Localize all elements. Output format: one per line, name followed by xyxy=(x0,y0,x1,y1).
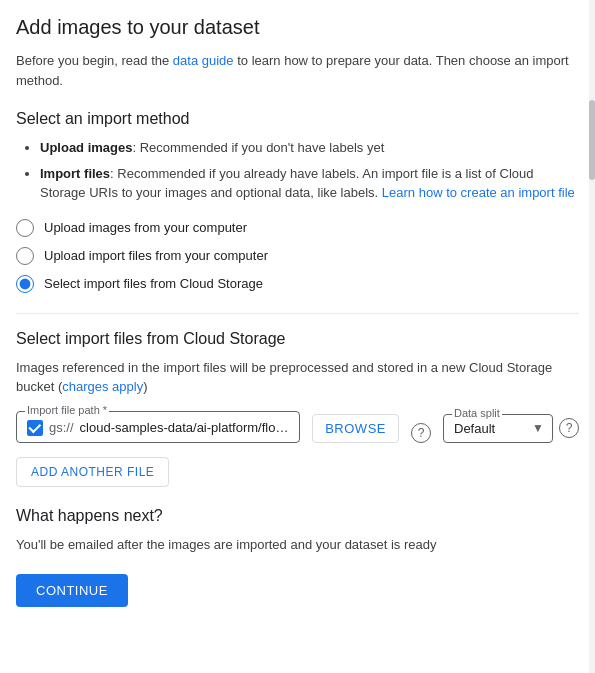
learn-import-link[interactable]: Learn how to create an import file xyxy=(382,185,575,200)
cloud-storage-section: Select import files from Cloud Storage I… xyxy=(16,313,579,487)
radio-select-cloud[interactable]: Select import files from Cloud Storage xyxy=(16,275,579,293)
data-split-label: Data split xyxy=(452,407,502,419)
file-path-value: cloud-samples-data/ai-platform/flowers/f… xyxy=(80,420,290,435)
checkbox-icon xyxy=(27,420,43,436)
file-path-help-icon[interactable]: ? xyxy=(411,423,431,443)
import-method-heading: Select an import method xyxy=(16,110,579,128)
data-split-group: Data split Default Manual Random ▼ ? xyxy=(443,414,579,443)
radio-upload-import[interactable]: Upload import files from your computer xyxy=(16,247,579,265)
import-method-radio-group: Upload images from your computer Upload … xyxy=(16,219,579,293)
scrollbar[interactable] xyxy=(589,0,595,673)
browse-button[interactable]: BROWSE xyxy=(312,414,399,443)
what-happens-heading: What happens next? xyxy=(16,507,579,525)
scrollbar-thumb xyxy=(589,100,595,180)
import-file-path-label: Import file path * xyxy=(25,404,109,416)
cloud-section-heading: Select import files from Cloud Storage xyxy=(16,330,579,348)
import-method-bullets: Upload images: Recommended if you don't … xyxy=(16,138,579,203)
radio-select-cloud-input[interactable] xyxy=(16,275,34,293)
data-split-select[interactable]: Default Manual Random xyxy=(454,421,542,436)
bullet-import-files: Import files: Recommended if you already… xyxy=(40,164,579,203)
gs-prefix: gs:// xyxy=(49,420,74,435)
data-split-help-icon[interactable]: ? xyxy=(559,418,579,438)
file-input-row: Import file path * gs:// cloud-samples-d… xyxy=(16,411,579,443)
radio-upload-import-label: Upload import files from your computer xyxy=(44,248,268,263)
what-happens-description: You'll be emailed after the images are i… xyxy=(16,535,579,555)
data-split-container: Data split Default Manual Random ▼ xyxy=(443,414,553,443)
continue-button[interactable]: CONTINUE xyxy=(16,574,128,607)
page-title: Add images to your dataset xyxy=(16,16,579,39)
radio-upload-images-label: Upload images from your computer xyxy=(44,220,247,235)
radio-upload-images[interactable]: Upload images from your computer xyxy=(16,219,579,237)
data-guide-link[interactable]: data guide xyxy=(173,53,234,68)
what-happens-section: What happens next? You'll be emailed aft… xyxy=(16,507,579,555)
radio-upload-import-input[interactable] xyxy=(16,247,34,265)
radio-select-cloud-label: Select import files from Cloud Storage xyxy=(44,276,263,291)
add-another-file-button[interactable]: ADD ANOTHER FILE xyxy=(16,457,169,487)
bullet-upload-images: Upload images: Recommended if you don't … xyxy=(40,138,579,158)
charges-link[interactable]: charges apply xyxy=(62,379,143,394)
radio-upload-images-input[interactable] xyxy=(16,219,34,237)
cloud-section-description: Images referenced in the import files wi… xyxy=(16,358,579,397)
import-file-path-container: Import file path * gs:// cloud-samples-d… xyxy=(16,411,300,443)
intro-text: Before you begin, read the data guide to… xyxy=(16,51,579,90)
